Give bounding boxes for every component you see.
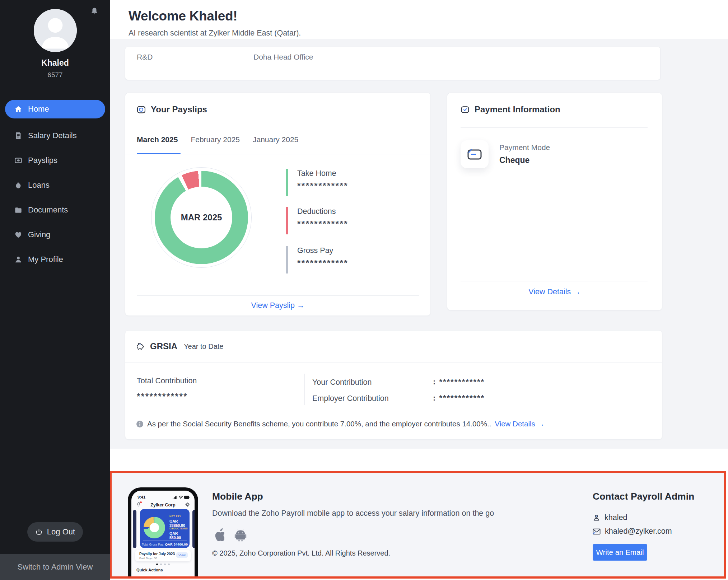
phone-donut-chart: [144, 517, 165, 538]
card-footer-divider: [137, 295, 419, 296]
page-subtitle: AI research scientist at Zylker Middle E…: [129, 29, 301, 38]
quick-actions-label: Quick Actions: [136, 568, 163, 572]
sidebar-item-salary-details[interactable]: Salary Details: [5, 128, 105, 143]
payment-information-card: Payment Information Payment Mode Cheque …: [447, 93, 662, 310]
phone-paid-days: Paid Days: 30: [139, 557, 157, 560]
your-payslips-card: Your Payslips March 2025 February 2025 J…: [125, 93, 431, 316]
phone-card-divider: [143, 540, 187, 541]
phone-payslip-title: Payslip for July 2023: [139, 552, 175, 556]
annotation-rectangle-footer: 9:41 Zylker Cor: [109, 471, 726, 579]
email-icon: [593, 528, 601, 535]
power-icon: [35, 528, 43, 536]
phone-payslip-card: Payslip for July 2023 Paid Days: 30 View: [135, 550, 191, 561]
admin-email[interactable]: khaled@zylker.com: [605, 527, 672, 536]
view-payslip-link[interactable]: View Payslip →: [125, 301, 430, 310]
your-contribution-label: Your Contribution: [312, 378, 372, 387]
checkbox-check-icon: [461, 105, 470, 114]
switch-to-admin-view[interactable]: Switch to Admin View: [0, 554, 110, 580]
quick-action-button: [165, 575, 191, 579]
payment-view-details-link[interactable]: View Details →: [447, 287, 662, 296]
android-store-icon[interactable]: [234, 528, 247, 542]
payslip-cash-icon: [137, 105, 146, 114]
notification-bell-icon[interactable]: [90, 7, 98, 15]
legend-deductions: Deductions ************: [286, 207, 348, 234]
person-icon: [14, 256, 22, 263]
sidebar-item-label: My Profile: [28, 255, 63, 264]
deductions-masked-value: ************: [297, 220, 348, 228]
gross-pay-value: QAR 34400.00: [165, 542, 188, 546]
phone-pay-summary-card: NET PAY QAR 33850.00 DEDUCTIONS QAR 550.…: [140, 509, 190, 548]
payment-mode-label: Payment Mode: [499, 143, 550, 152]
sidebar-item-documents[interactable]: Documents: [5, 202, 105, 218]
deductions-value: QAR 550.00: [169, 531, 190, 540]
grsia-view-details-link[interactable]: View Details →: [495, 420, 545, 428]
gross-pay-line: Total Gross Pay: QAR 34400.00: [140, 542, 190, 546]
carousel-card-right: [192, 510, 195, 548]
admin-name: khaled: [605, 513, 627, 522]
mobile-app-description: Download the Zoho Payroll mobile app to …: [212, 509, 494, 518]
quick-action-button: [136, 575, 162, 579]
home-icon: [14, 105, 22, 113]
page: Khaled 6577 Home Salary Details Payslips…: [0, 0, 728, 580]
sidebar-item-loans[interactable]: Loans: [5, 178, 105, 193]
tab-february-2025[interactable]: February 2025: [191, 135, 240, 152]
phone-mockup: 9:41 Zylker Cor: [128, 487, 198, 579]
phone-view-button: View: [176, 552, 188, 558]
battery-icon: [184, 495, 190, 499]
department-value: R&D: [137, 53, 153, 61]
admin-email-row: khaled@zylker.com: [593, 527, 672, 536]
employer-contribution-value: : ************: [433, 393, 485, 403]
loans-icon: [14, 181, 22, 189]
take-home-masked-value: ************: [297, 182, 348, 190]
sidebar-item-label: Loans: [28, 181, 50, 190]
net-pay-label: NET PAY: [169, 515, 181, 518]
legend-gross-pay: Gross Pay ************: [286, 246, 348, 273]
admin-name-row: khaled: [593, 513, 627, 522]
sidebar-item-label: Salary Details: [28, 131, 77, 140]
apple-store-icon[interactable]: [212, 528, 224, 542]
payslip-donut-chart: MAR 2025: [155, 171, 248, 264]
sidebar-item-giving[interactable]: Giving: [5, 227, 105, 242]
total-contribution-value: ************: [137, 392, 188, 402]
logout-button[interactable]: Log Out: [27, 522, 83, 542]
documents-folder-icon: [14, 206, 22, 214]
mobile-app-title: Mobile App: [212, 491, 263, 502]
sidebar-item-label: Giving: [28, 230, 50, 239]
deductions-label: DEDUCTIONS: [169, 527, 188, 530]
sidebar-item-label: Home: [28, 104, 49, 114]
info-icon: [136, 420, 144, 428]
sidebar-item-my-profile[interactable]: My Profile: [5, 252, 105, 267]
payslips-icon: [14, 156, 22, 164]
payment-card-title: Payment Information: [475, 104, 560, 114]
sidebar-item-home[interactable]: Home: [5, 100, 105, 118]
phone-time: 9:41: [137, 495, 145, 499]
contact-admin-title: Contact Payroll Admin: [593, 491, 694, 502]
main-content: Welcome Khaled! AI research scientist at…: [110, 0, 728, 580]
sidebar-nav: Home Salary Details Payslips Loans Docum…: [5, 100, 105, 267]
legend-take-home: Take Home ************: [286, 169, 348, 196]
grsia-info-row: As per the Social Security Benefits sche…: [136, 420, 545, 428]
profile-summary-card: R&D Doha Head Office: [125, 47, 661, 80]
carousel-card-left: [133, 510, 136, 548]
net-pay-value: QAR 33850.00: [169, 519, 190, 528]
avatar: [34, 9, 77, 52]
copyright-text: © 2025, Zoho Corporation Pvt. Ltd. All R…: [212, 549, 390, 557]
phone-app-header: Zylker Corp: [131, 502, 195, 509]
write-an-email-button[interactable]: Write an Email: [593, 544, 647, 561]
logout-label: Log Out: [47, 527, 75, 537]
signal-icon: [173, 495, 177, 499]
carousel-dots: [131, 563, 195, 565]
tab-january-2025[interactable]: January 2025: [253, 135, 298, 152]
tab-march-2025[interactable]: March 2025: [137, 135, 178, 152]
phone-gear-icon: [185, 502, 190, 507]
page-title: Welcome Khaled!: [129, 9, 237, 24]
grsia-vertical-divider: [304, 374, 305, 405]
cheque-icon-tile: [461, 140, 489, 168]
sidebar: Khaled 6577 Home Salary Details Payslips…: [0, 0, 110, 580]
user-id: 6577: [0, 71, 110, 79]
heart-icon: [14, 231, 22, 239]
grsia-subtitle: Year to Date: [184, 342, 223, 351]
salary-details-icon: [14, 132, 22, 140]
donut-center-label: MAR 2025: [155, 171, 248, 264]
sidebar-item-payslips[interactable]: Payslips: [5, 153, 105, 168]
